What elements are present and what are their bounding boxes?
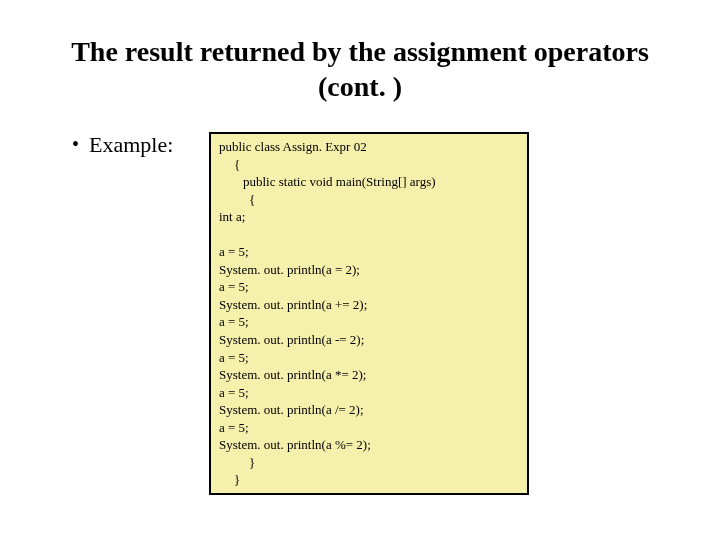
code-line: a = 5; — [219, 350, 249, 365]
slide-title: The result returned by the assignment op… — [0, 0, 720, 104]
code-line: System. out. println(a -= 2); — [219, 332, 364, 347]
bullet-dot: • — [72, 134, 79, 154]
code-line: a = 5; — [219, 244, 249, 259]
code-line: System. out. println(a += 2); — [219, 297, 367, 312]
code-line: } — [219, 454, 255, 472]
slide-body: • Example: public class Assign. Expr 02 … — [0, 132, 720, 495]
code-line: System. out. println(a *= 2); — [219, 367, 366, 382]
code-line: a = 5; — [219, 420, 249, 435]
code-line: System. out. println(a %= 2); — [219, 437, 371, 452]
code-block: public class Assign. Expr 02 { public st… — [219, 138, 519, 489]
code-line: a = 5; — [219, 385, 249, 400]
code-line: } — [219, 471, 240, 489]
code-line: { — [219, 191, 255, 209]
bullet-label: Example: — [89, 132, 173, 158]
code-line: System. out. println(a = 2); — [219, 262, 360, 277]
code-line: a = 5; — [219, 314, 249, 329]
code-line: public class Assign. Expr 02 — [219, 139, 367, 154]
slide: The result returned by the assignment op… — [0, 0, 720, 540]
code-box: public class Assign. Expr 02 { public st… — [209, 132, 529, 495]
code-line: { — [219, 156, 240, 174]
code-line: System. out. println(a /= 2); — [219, 402, 364, 417]
code-line: public static void main(String[] args) — [219, 173, 436, 191]
bullet-item: • Example: — [0, 132, 205, 158]
code-line: a = 5; — [219, 279, 249, 294]
code-line: int a; — [219, 209, 245, 224]
